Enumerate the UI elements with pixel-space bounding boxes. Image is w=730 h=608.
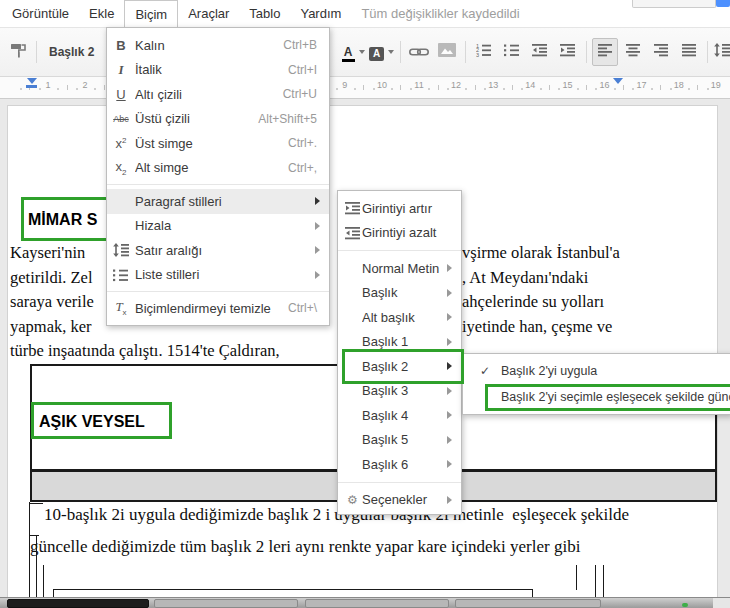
menu-item-başlık-2yi-uygula[interactable]: ✓Başlık 2'yi uygula (463, 358, 730, 384)
paint-format-button[interactable] (5, 38, 31, 66)
highlight-color-button[interactable]: A (368, 38, 395, 66)
submenu-arrow-icon (447, 338, 452, 346)
menu-item-satır-aralığı[interactable]: Satır aralığı (107, 238, 329, 263)
menu-item-başlık-2yi-seçimle-eşleşecek-şekilde-güncelle[interactable]: Başlık 2'yi seçimle eşleşecek şekilde gü… (463, 384, 730, 410)
superscript-icon: x2 (111, 136, 131, 151)
menu-item-i-talik[interactable]: IİtalikCtrl+I (107, 58, 329, 83)
taskbar-indicator-dot (682, 603, 688, 607)
menu-item-başlık-2[interactable]: Başlık 2 (338, 354, 461, 379)
taskbar-window-button[interactable] (7, 599, 149, 608)
line-spacing-icon (111, 243, 131, 257)
ruler-number: 17 (637, 80, 647, 90)
taskbar-window-button[interactable] (154, 599, 298, 608)
menu-item-liste-stilleri[interactable]: Liste stilleri (107, 263, 329, 288)
toolbar-separator (465, 41, 466, 63)
ruler-dot (484, 88, 486, 90)
menu-item-alt-başlık[interactable]: Alt başlık (338, 305, 461, 330)
submenu-arrow-icon (315, 222, 320, 230)
paragraph-styles-submenu: Girintiyi artırGirintiyi azaltNormal Met… (337, 190, 462, 515)
menu-shortcut: Ctrl+I (288, 63, 317, 77)
menubar-item-görüntüle[interactable]: Görüntüle (2, 0, 79, 27)
submenu-arrow-icon (447, 387, 452, 395)
taskbar-tray (713, 598, 730, 608)
align-left-button[interactable] (592, 38, 618, 66)
align-center-button[interactable] (620, 38, 646, 66)
decrease-indent-icon (532, 43, 548, 61)
ruler-dot (410, 88, 412, 90)
taskbar-window-button[interactable] (305, 599, 449, 608)
align-right-button[interactable] (648, 38, 674, 66)
ruler-dot (558, 88, 560, 90)
menu-item-hizala[interactable]: Hizala (107, 214, 329, 239)
menubar-item-yardım[interactable]: Yardım (290, 0, 351, 27)
menu-item-kalın[interactable]: BKalınCtrl+B (107, 33, 329, 58)
toolbar-partial-button[interactable] (632, 0, 716, 8)
increase-indent-button[interactable] (555, 38, 581, 66)
ruler-dot (354, 88, 356, 90)
paint-format-icon (10, 42, 27, 62)
toolbar-separator (400, 41, 401, 63)
menu-item-üst-simge[interactable]: x2Üst simgeCtrl+. (107, 131, 329, 156)
decrease-indent-button[interactable] (527, 38, 553, 66)
menu-item-alt-simge[interactable]: x2Alt simgeCtrl+, (107, 156, 329, 181)
dropdown-arrow-icon (359, 50, 365, 54)
insert-image-button[interactable] (434, 38, 460, 66)
ruler-number: 13 (488, 80, 498, 90)
ruler-tick (400, 85, 401, 90)
insert-link-icon (409, 43, 429, 61)
numbered-list-button[interactable]: 123 (471, 38, 497, 66)
left-indent-marker[interactable] (27, 78, 37, 84)
ruler-tick (549, 85, 550, 90)
right-indent-marker[interactable] (613, 78, 623, 84)
menu-item-normal-metin[interactable]: Normal Metin (338, 256, 461, 281)
insert-link-button[interactable] (406, 38, 432, 66)
menu-item-başlık-1[interactable]: Başlık 1 (338, 330, 461, 355)
menu-item-girintiyi-azalt[interactable]: Girintiyi azalt (338, 221, 461, 246)
taskbar (0, 597, 730, 608)
clear-formatting-icon: Tx (111, 299, 131, 317)
gear-icon: ⚙ (344, 494, 361, 506)
submenu-arrow-icon (315, 246, 320, 254)
menubar-item-ekle[interactable]: Ekle (79, 0, 124, 27)
menu-item-seçenekler[interactable]: ⚙Seçenekler (338, 488, 461, 513)
toolbar-partial-button-blue[interactable] (716, 0, 730, 7)
menu-item-başlık-6[interactable]: Başlık 6 (338, 452, 461, 477)
submenu-arrow-icon (315, 271, 320, 279)
menu-shortcut: Ctrl+U (283, 87, 317, 101)
menubar-item-araçlar[interactable]: Araçlar (178, 0, 239, 27)
bold-icon: B (111, 38, 131, 53)
submenu-arrow-icon (447, 436, 452, 444)
text-color-button[interactable]: A (340, 38, 366, 66)
increase-indent-icon (560, 43, 576, 61)
ruler-number: 18 (674, 80, 684, 90)
menu-item-biçimlendirmeyi-temizle[interactable]: TxBiçimlendirmeyi temizleCtrl+\ (107, 296, 329, 321)
line-spacing-button[interactable] (713, 38, 730, 66)
menu-item-başlık-3[interactable]: Başlık 3 (338, 379, 461, 404)
submenu-arrow-icon (447, 460, 452, 468)
menu-item-paragraf-stilleri[interactable]: Paragraf stilleri (107, 189, 329, 214)
ruler-number: 9 (342, 80, 347, 90)
menu-item-label: Hizala (135, 218, 329, 233)
menu-item-label: Başlık 2'yi uygula (501, 364, 730, 378)
menubar-item-biçim[interactable]: Biçim (124, 0, 178, 27)
bulleted-list-button[interactable] (499, 38, 525, 66)
menu-item-başlık-5[interactable]: Başlık 5 (338, 428, 461, 453)
menu-shortcut: Ctrl+, (288, 161, 317, 175)
menu-separator (107, 184, 329, 185)
menu-item-başlık-4[interactable]: Başlık 4 (338, 403, 461, 428)
menubar-item-tablo[interactable]: Tablo (239, 0, 290, 27)
ruler-number: 16 (599, 80, 609, 90)
menu-item-label: Satır aralığı (135, 243, 329, 258)
menu-item-başlık[interactable]: Başlık (338, 281, 461, 306)
paragraph-style-selector[interactable]: Başlık 2 (49, 45, 94, 59)
ruler-dot (651, 88, 653, 90)
menu-item-üstü-çizili[interactable]: AbcÜstü çiziliAlt+Shift+5 (107, 107, 329, 132)
ruler-dot (94, 88, 96, 90)
menu-item-altı-çizili[interactable]: UAltı çiziliCtrl+U (107, 82, 329, 107)
taskbar-window-button[interactable] (455, 599, 601, 608)
first-line-indent-marker[interactable] (26, 85, 37, 88)
ruler-tick (697, 85, 698, 90)
menu-item-girintiyi-artır[interactable]: Girintiyi artır (338, 196, 461, 221)
menu-shortcut: Alt+Shift+5 (258, 112, 317, 126)
justify-button[interactable] (676, 38, 702, 66)
